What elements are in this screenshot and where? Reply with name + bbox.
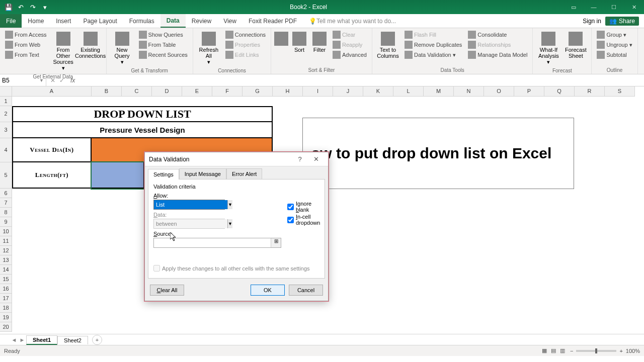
recent-sources-button[interactable]: Recent Sources (137, 50, 190, 60)
what-if-button[interactable]: What-If Analysis ▾ (536, 30, 561, 67)
row-header-13[interactable]: 13 (0, 255, 12, 265)
tab-insert[interactable]: Insert (50, 14, 77, 28)
group-button[interactable]: Group ▾ (595, 30, 634, 40)
cancel-button[interactable]: Cancel (289, 285, 323, 296)
row-header-5[interactable]: 5 (0, 162, 12, 189)
zoom-level[interactable]: 100% (626, 348, 640, 354)
row-header-8[interactable]: 8 (0, 208, 12, 217)
dialog-tab-settings[interactable]: Settings (148, 169, 179, 179)
row-header-9[interactable]: 9 (0, 217, 12, 227)
col-header-C[interactable]: C (122, 86, 152, 97)
from-table-button[interactable]: From Table (137, 40, 190, 50)
cell-length[interactable]: Length(ft) (12, 162, 92, 189)
view-page-layout-icon[interactable]: ▤ (549, 347, 558, 354)
col-header-Q[interactable]: Q (544, 86, 575, 97)
new-query-button[interactable]: New Query ▾ (110, 30, 135, 67)
col-header-J[interactable]: J (333, 86, 363, 97)
col-header-D[interactable]: D (152, 86, 182, 97)
zoom-out-icon[interactable]: − (567, 348, 576, 354)
forecast-sheet-button[interactable]: Forecast Sheet (563, 30, 588, 61)
cell-subtitle[interactable]: Pressure Vessel Design (12, 122, 273, 138)
chevron-down-icon[interactable]: ▼ (227, 200, 232, 209)
row-header-7[interactable]: 7 (0, 198, 12, 208)
existing-connections-button[interactable]: Existing Connections (78, 30, 103, 61)
manage-data-model-button[interactable]: Manage Data Model (466, 50, 529, 60)
connections-button[interactable]: Connections (223, 30, 268, 40)
tab-view[interactable]: View (217, 14, 243, 28)
sheet-nav-next-icon[interactable]: ► (18, 337, 26, 343)
col-header-H[interactable]: H (273, 86, 303, 97)
source-input[interactable] (154, 238, 271, 247)
tab-page-layout[interactable]: Page Layout (77, 14, 123, 28)
col-header-I[interactable]: I (303, 86, 333, 97)
show-queries-button[interactable]: Show Queries (137, 30, 190, 40)
clear-all-button[interactable]: Clear All (150, 285, 184, 296)
row-header-1[interactable]: 1 (0, 97, 12, 106)
row-header-19[interactable]: 19 (0, 313, 12, 322)
fx-icon[interactable]: fx (68, 77, 77, 84)
allow-value[interactable] (154, 200, 227, 209)
redo-icon[interactable]: ↷ (27, 2, 38, 13)
ignore-blank-checkbox[interactable]: Ignore blank (287, 201, 320, 213)
refresh-all-button[interactable]: Refresh All ▾ (196, 30, 221, 67)
advanced-filter-button[interactable]: Advanced (331, 50, 369, 60)
save-icon[interactable]: 💾 (3, 2, 14, 13)
cancel-formula-icon[interactable]: ✕ (50, 77, 55, 84)
col-header-R[interactable]: R (575, 86, 605, 97)
col-header-N[interactable]: N (454, 86, 484, 97)
col-header-B[interactable]: B (92, 86, 122, 97)
col-header-L[interactable]: L (393, 86, 424, 97)
close-window-icon[interactable]: ✕ (624, 0, 644, 14)
text-to-columns-button[interactable]: Text to Columns (375, 30, 400, 61)
view-page-break-icon[interactable]: ▥ (558, 347, 567, 354)
tab-data[interactable]: Data (160, 14, 186, 28)
col-header-E[interactable]: E (182, 86, 212, 97)
from-other-sources-button[interactable]: From Other Sources ▾ (51, 30, 76, 73)
row-header-4[interactable]: 4 (0, 138, 12, 162)
from-web-button[interactable]: From Web (3, 40, 49, 50)
select-all-corner[interactable] (0, 86, 12, 97)
sort-button[interactable]: Sort (290, 30, 308, 55)
filter-button[interactable]: Filter (310, 30, 329, 55)
cell-b5-selected[interactable] (92, 162, 144, 189)
row-header-15[interactable]: 15 (0, 275, 12, 284)
subtotal-button[interactable]: Subtotal (595, 50, 634, 60)
tell-me-box[interactable]: 💡 Tell me what you want to do... (303, 14, 402, 28)
zoom-slider[interactable] (576, 350, 616, 352)
ok-button[interactable]: OK (251, 285, 285, 296)
from-access-button[interactable]: From Access (3, 30, 49, 40)
tab-home[interactable]: Home (22, 14, 50, 28)
row-header-2[interactable]: 2 (0, 106, 12, 122)
consolidate-button[interactable]: Consolidate (466, 30, 529, 40)
new-sheet-icon[interactable]: + (92, 335, 102, 345)
col-header-A[interactable]: A (12, 86, 92, 97)
col-header-F[interactable]: F (212, 86, 243, 97)
worksheet-grid[interactable]: ABCDEFGHIJKLMNOPQRS 12345678910111213141… (0, 86, 644, 334)
row-header-20[interactable]: 20 (0, 322, 12, 332)
minimize-icon[interactable]: — (584, 0, 604, 14)
row-header-3[interactable]: 3 (0, 122, 12, 138)
row-header-18[interactable]: 18 (0, 303, 12, 313)
data-validation-button[interactable]: Data Validation ▾ (403, 50, 464, 60)
qat-customize-icon[interactable]: ▾ (39, 2, 50, 13)
view-normal-icon[interactable]: ▦ (540, 347, 549, 354)
col-header-S[interactable]: S (605, 86, 635, 97)
row-header-6[interactable]: 6 (0, 189, 12, 198)
enter-formula-icon[interactable]: ✓ (59, 77, 64, 84)
sort-az-button[interactable] (274, 30, 288, 49)
textbox-shape[interactable]: ow to put drop down list on Excel (302, 118, 574, 189)
col-header-O[interactable]: O (484, 86, 514, 97)
col-header-M[interactable]: M (424, 86, 454, 97)
col-header-G[interactable]: G (243, 86, 273, 97)
cell-vessel-dia[interactable]: Vessel Dia(In) (12, 138, 92, 162)
sheet-nav-prev-icon[interactable]: ◄ (10, 337, 18, 343)
allow-dropdown[interactable]: ▼ (153, 200, 225, 210)
row-header-11[interactable]: 11 (0, 236, 12, 246)
dialog-tab-input-message[interactable]: Input Message (179, 168, 226, 179)
dialog-tab-error-alert[interactable]: Error Alert (226, 168, 263, 179)
range-selector-icon[interactable]: ⊞ (271, 238, 281, 247)
sheet-tab-2[interactable]: Sheet2 (57, 336, 88, 344)
tab-review[interactable]: Review (186, 14, 217, 28)
tab-file[interactable]: File (0, 14, 22, 28)
name-box[interactable]: B5▼ (0, 74, 46, 86)
